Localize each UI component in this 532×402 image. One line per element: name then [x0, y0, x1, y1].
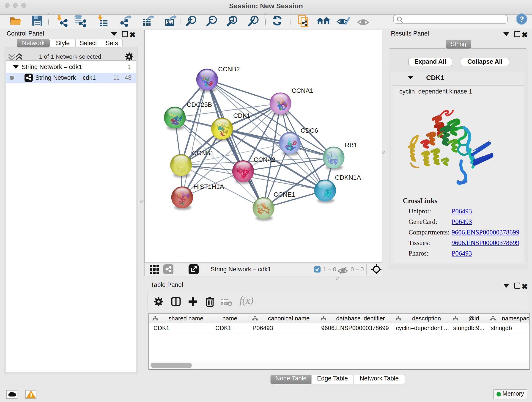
svg-text:CCNB2: CCNB2: [218, 65, 240, 73]
svg-text:CCNA1: CCNA1: [292, 87, 313, 94]
svg-text:CDC6: CDC6: [301, 127, 318, 134]
svg-text:CDC25B: CDC25B: [187, 101, 212, 108]
svg-text:RB1: RB1: [345, 141, 357, 148]
svg-text:CCNB1: CCNB1: [192, 149, 214, 157]
svg-text:CCNA2: CCNA2: [254, 156, 275, 163]
svg-text:HIST1H1A: HIST1H1A: [193, 183, 224, 190]
svg-text:CDK1: CDK1: [233, 112, 250, 119]
svg-text:CCNE1: CCNE1: [273, 191, 295, 198]
svg-text:CDKN1A: CDKN1A: [335, 174, 361, 181]
